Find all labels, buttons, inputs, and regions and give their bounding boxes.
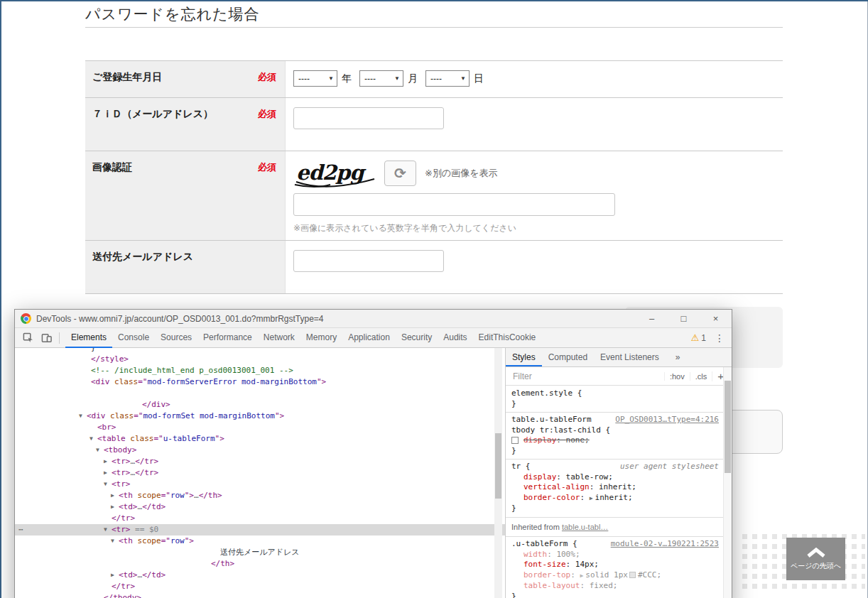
more-tabs-icon[interactable]: » xyxy=(676,352,680,362)
tree-node[interactable]: ▼<div class="mod-formSet mod-marginBotto… xyxy=(15,411,505,422)
devtools-tab-sources[interactable]: Sources xyxy=(155,328,197,348)
collapsed-arrow-icon[interactable]: ▶ xyxy=(104,467,107,479)
tree-node[interactable]: 送付先メールアドレス xyxy=(15,547,505,558)
close-button[interactable]: × xyxy=(700,310,732,328)
tree-node[interactable]: ▼<tbody> xyxy=(15,445,505,456)
minimize-button[interactable]: – xyxy=(636,310,668,328)
css-property[interactable]: border-top: ▶solid 1px#CCC; xyxy=(511,570,719,582)
property-checkbox[interactable] xyxy=(511,437,519,444)
tree-node[interactable]: </th> xyxy=(15,558,505,570)
stylesheet-source-link[interactable]: OP_OSD0013…tType=4:216 xyxy=(615,415,719,425)
tree-node[interactable]: ▶<tr>…</tr> xyxy=(15,456,505,467)
tree-node[interactable]: </tr> xyxy=(15,513,505,524)
styles-tab-event-listeners[interactable]: Event Listeners xyxy=(594,348,666,366)
tree-node[interactable]: ▶<td>…</td> xyxy=(15,570,505,581)
expanded-arrow-icon[interactable]: ▼ xyxy=(104,479,107,490)
tree-node[interactable]: </div> xyxy=(15,399,505,411)
devtools-tab-performance[interactable]: Performance xyxy=(197,328,258,348)
node-handle-icon[interactable]: ⋯ xyxy=(18,524,23,536)
css-property[interactable]: border-color: ▶inherit; xyxy=(511,493,719,504)
tree-node-selected[interactable]: ⋯▼<tr> == $0 xyxy=(15,524,505,536)
tree-node[interactable]: <div class="mod-formServerError mod-marg… xyxy=(15,376,505,388)
tree-node[interactable]: ▼<th scope="row"> xyxy=(15,536,505,547)
tree-node[interactable]: </style> xyxy=(15,354,505,365)
scrollbar-thumb[interactable] xyxy=(495,433,501,499)
expanded-arrow-icon[interactable]: ▼ xyxy=(89,433,93,445)
captcha-refresh-button[interactable]: ⟳ xyxy=(384,161,416,186)
device-toolbar-icon[interactable] xyxy=(39,331,53,345)
pseudo-state-toggle[interactable]: :hov xyxy=(664,372,690,381)
tree-node[interactable]: ▼<tr> xyxy=(15,479,505,490)
tree-node[interactable]: ▼<table class="u-tableForm"> xyxy=(15,433,505,445)
tree-node[interactable] xyxy=(15,388,505,399)
tree-node[interactable]: <!-- /include_html_end p_osd0013001_001 … xyxy=(15,365,505,376)
collapsed-arrow-icon[interactable]: ▶ xyxy=(104,456,107,467)
color-swatch[interactable] xyxy=(629,572,636,578)
elements-panel: }</style><!-- /include_html_end p_osd001… xyxy=(15,348,505,598)
destination-email-input[interactable] xyxy=(293,250,444,272)
element-class-toggle[interactable]: .cls xyxy=(690,372,712,381)
captcha-help-text: ※画像に表示されている英数字を半角で入力してください xyxy=(293,222,783,234)
back-to-top-button[interactable]: ページの先頭へ xyxy=(786,538,845,580)
maximize-button[interactable]: □ xyxy=(668,310,700,328)
styles-filter-input[interactable] xyxy=(511,371,664,382)
expand-shorthand-icon[interactable]: ▶ xyxy=(580,572,583,579)
devtools-tab-console[interactable]: Console xyxy=(112,328,155,348)
devtools-tab-bar: ElementsConsoleSourcesPerformanceNetwork… xyxy=(65,328,541,348)
css-rule: module-02-v…190221:2523.u-tableForm {wid… xyxy=(506,537,723,598)
expanded-arrow-icon[interactable]: ▼ xyxy=(111,536,114,547)
styles-tab-styles[interactable]: Styles xyxy=(506,348,542,366)
seven-id-input[interactable] xyxy=(293,107,444,129)
tree-node[interactable]: } xyxy=(15,348,505,354)
birth-month-select[interactable]: ---- ▼ xyxy=(359,70,403,87)
devtools-tab-elements[interactable]: Elements xyxy=(65,328,112,348)
devtools-tab-network[interactable]: Network xyxy=(258,328,300,348)
inspect-element-icon[interactable] xyxy=(21,331,35,345)
console-warning-badge[interactable]: ⚠ 1 xyxy=(691,332,706,343)
code-segment: =" xyxy=(161,491,170,500)
styles-tab-bar: StylesComputedEvent Listeners » xyxy=(506,348,732,367)
stylesheet-source-link[interactable]: module-02-v…190221:2523 xyxy=(611,539,719,550)
devtools-tab-security[interactable]: Security xyxy=(396,328,438,348)
devtools-tab-editthiscookie[interactable]: EditThisCookie xyxy=(473,328,542,348)
devtools-tab-audits[interactable]: Audits xyxy=(438,328,472,348)
tree-node[interactable]: ▶<th scope="row">…</th> xyxy=(15,490,505,501)
css-property[interactable]: display: none; xyxy=(511,435,719,446)
styles-tab-computed[interactable]: Computed xyxy=(542,348,594,366)
css-selector[interactable]: tbody tr:last-child { xyxy=(511,425,719,436)
birth-day-select[interactable]: ---- ▼ xyxy=(425,70,470,87)
devtools-tab-application[interactable]: Application xyxy=(342,328,396,348)
refresh-icon: ⟳ xyxy=(394,165,406,182)
expanded-arrow-icon[interactable]: ▼ xyxy=(104,524,107,536)
tree-node[interactable]: ▶<tr>…</tr> xyxy=(15,467,505,479)
styles-scrollbar[interactable] xyxy=(723,367,732,598)
devtools-menu-icon[interactable]: ⋮ xyxy=(715,332,725,344)
css-property[interactable]: display: table-row; xyxy=(511,472,719,483)
css-property[interactable]: font-size: 14px; xyxy=(511,560,719,570)
form-row-seven-id: ７ｉＤ（メールアドレス） 必須 xyxy=(85,98,783,151)
collapsed-arrow-icon[interactable]: ▶ xyxy=(111,570,114,581)
tree-node[interactable]: </tr> xyxy=(15,581,505,592)
css-property[interactable]: table-layout: fixed; xyxy=(511,581,719,592)
css-property[interactable]: vertical-align: inherit; xyxy=(511,482,719,493)
tree-node[interactable]: <br> xyxy=(15,422,505,433)
inherited-source-link[interactable]: table.u-tabl… xyxy=(562,523,608,531)
css-selector[interactable]: element.style { xyxy=(511,388,719,399)
birth-year-select[interactable]: ---- ▼ xyxy=(293,70,337,87)
code-segment: </tbody> xyxy=(104,593,141,598)
collapsed-arrow-icon[interactable]: ▶ xyxy=(111,501,114,513)
code-segment: row xyxy=(170,491,185,500)
expand-shorthand-icon[interactable]: ▶ xyxy=(590,495,593,501)
tree-node[interactable]: </tbody> xyxy=(15,592,505,598)
css-property[interactable]: width: 100%; xyxy=(511,550,719,560)
code-segment: class xyxy=(126,434,154,443)
elements-scrollbar[interactable] xyxy=(494,348,502,598)
expanded-arrow-icon[interactable]: ▼ xyxy=(79,411,82,422)
devtools-titlebar[interactable]: DevTools - www.omni7.jp/account/OP_OSD00… xyxy=(15,310,732,328)
collapsed-arrow-icon[interactable]: ▶ xyxy=(111,490,114,501)
tree-node[interactable]: ▶<td>…</td> xyxy=(15,501,505,513)
expanded-arrow-icon[interactable]: ▼ xyxy=(96,445,99,456)
devtools-tab-memory[interactable]: Memory xyxy=(300,328,342,348)
scrollbar-thumb[interactable] xyxy=(725,381,731,473)
captcha-input[interactable] xyxy=(293,193,615,216)
